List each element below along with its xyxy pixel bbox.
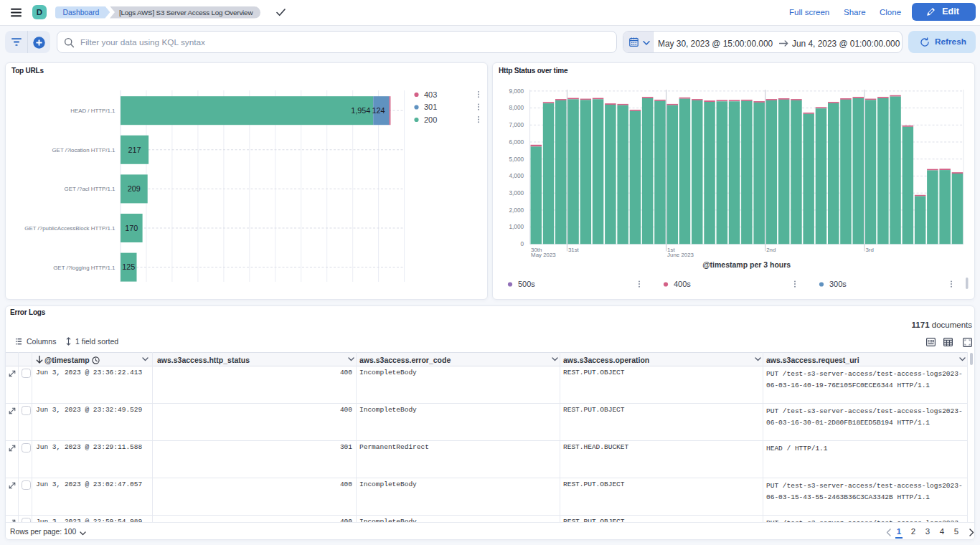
svg-text:5,000: 5,000 xyxy=(509,156,524,163)
svg-text:0: 0 xyxy=(520,241,524,247)
svg-text:403: 403 xyxy=(424,90,437,99)
svg-text:500s: 500s xyxy=(518,280,535,288)
svg-text:217: 217 xyxy=(128,146,141,154)
svg-text:9,000: 9,000 xyxy=(509,88,524,95)
svg-text:300s: 300s xyxy=(829,280,847,288)
svg-text:209: 209 xyxy=(128,184,141,193)
svg-text:200: 200 xyxy=(424,115,437,124)
svg-text:GET /?acl HTTP/1.1: GET /?acl HTTP/1.1 xyxy=(65,186,116,192)
svg-text:GET /?location HTTP/1.1: GET /?location HTTP/1.1 xyxy=(52,147,115,153)
svg-text:June 2023: June 2023 xyxy=(667,252,694,258)
svg-text:HEAD / HTTP/1.1: HEAD / HTTP/1.1 xyxy=(70,108,115,114)
svg-text:170: 170 xyxy=(125,224,138,232)
svg-text:1,954: 1,954 xyxy=(351,106,370,115)
svg-text:3rd: 3rd xyxy=(865,247,873,253)
svg-text:8,000: 8,000 xyxy=(509,105,524,111)
svg-text:125: 125 xyxy=(122,262,135,271)
svg-text:2nd: 2nd xyxy=(766,247,776,253)
svg-text:6,000: 6,000 xyxy=(509,139,524,146)
svg-text:31st: 31st xyxy=(568,247,580,253)
svg-text:May 2023: May 2023 xyxy=(531,252,556,258)
svg-text:7,000: 7,000 xyxy=(509,122,524,128)
svg-text:1,000: 1,000 xyxy=(509,224,524,230)
svg-text:301: 301 xyxy=(424,103,437,111)
svg-text:4,000: 4,000 xyxy=(509,173,524,179)
svg-text:2,000: 2,000 xyxy=(509,207,524,214)
svg-text:GET /?publicAccessBlock HTTP/1: GET /?publicAccessBlock HTTP/1.1 xyxy=(24,225,115,232)
svg-text:@timestamp per 3 hours: @timestamp per 3 hours xyxy=(702,260,791,269)
svg-text:124: 124 xyxy=(372,106,385,115)
svg-text:3,000: 3,000 xyxy=(509,190,524,196)
svg-text:400s: 400s xyxy=(674,280,691,288)
svg-text:GET /?logging HTTP/1.1: GET /?logging HTTP/1.1 xyxy=(53,265,115,271)
